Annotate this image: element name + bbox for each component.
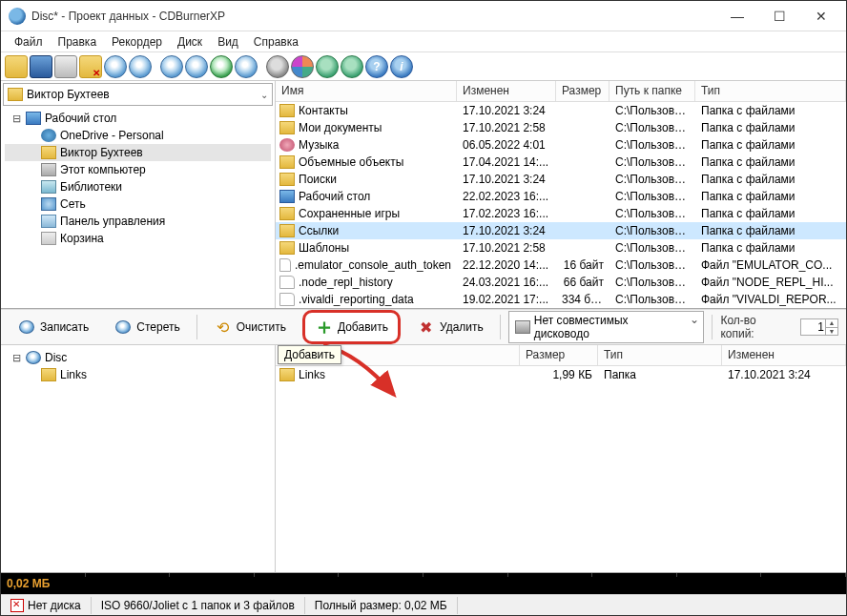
- tree-item[interactable]: OneDrive - Personal: [5, 127, 271, 144]
- menu-Рекордер[interactable]: Рекордер: [104, 33, 170, 51]
- file-row[interactable]: .node_repl_history24.03.2021 16:...66 ба…: [276, 274, 846, 291]
- tree-item[interactable]: Виктор Бухтеев: [5, 144, 271, 161]
- tree-label: OneDrive - Personal: [60, 129, 164, 142]
- burn-label: Записать: [40, 320, 89, 334]
- col-modified[interactable]: Изменен: [457, 81, 556, 101]
- clear-label: Очистить: [237, 320, 286, 334]
- file-row[interactable]: Объемные объекты17.04.2021 14:...C:\Поль…: [276, 154, 846, 171]
- expand-icon[interactable]: ⊟: [10, 352, 22, 364]
- file-icon: [279, 276, 295, 289]
- path-combo[interactable]: Виктор Бухтеев ⌄: [3, 83, 273, 106]
- menu-Правка[interactable]: Правка: [51, 33, 105, 51]
- disc3-icon[interactable]: [160, 55, 183, 78]
- tree-item[interactable]: Библиотеки: [5, 178, 271, 195]
- copies-input[interactable]: 1 ▲▼: [800, 318, 838, 336]
- burn-icon: [17, 318, 36, 337]
- delete-button[interactable]: ✖Удалить: [408, 314, 492, 340]
- menu-Справка[interactable]: Справка: [246, 33, 306, 51]
- pcol-type[interactable]: Тип: [598, 345, 722, 365]
- project-list-header[interactable]: Имя Размер Тип Изменен: [276, 345, 846, 366]
- disc5-icon[interactable]: [235, 55, 258, 78]
- globe2-icon[interactable]: [341, 55, 363, 78]
- expand-icon[interactable]: ⊟: [10, 113, 22, 125]
- music-icon: [279, 138, 295, 152]
- copies-value: 1: [817, 320, 824, 334]
- help-icon[interactable]: ?: [365, 55, 388, 78]
- close-button[interactable]: ✕: [800, 3, 842, 30]
- tree-label: Библиотеки: [60, 180, 122, 194]
- clear-button[interactable]: ⟲Очистить: [205, 314, 295, 340]
- file-list-header[interactable]: Имя Изменен Размер Путь к папке Тип: [276, 81, 846, 102]
- lib-icon: [41, 180, 56, 194]
- file-row[interactable]: .emulator_console_auth_token22.12.2020 1…: [276, 257, 846, 274]
- disc-multi-icon[interactable]: [291, 55, 314, 78]
- globe1-icon[interactable]: [316, 55, 339, 78]
- settings-icon[interactable]: [266, 55, 289, 78]
- file-row[interactable]: Рабочий стол22.02.2023 16:...C:\Пользова…: [276, 188, 846, 205]
- tree-item[interactable]: Сеть: [5, 195, 271, 213]
- maximize-button[interactable]: ☐: [758, 3, 800, 30]
- size-ticks: [1, 573, 846, 579]
- tree-label: Disc: [45, 351, 67, 364]
- pcol-size[interactable]: Размер: [520, 345, 598, 365]
- file-row[interactable]: Ссылки17.10.2021 3:24C:\Пользова...Папка…: [276, 222, 846, 239]
- drive-combo[interactable]: Нет совместимых дисководо: [508, 311, 705, 343]
- col-size[interactable]: Размер: [556, 81, 609, 101]
- main-toolbar: ? i: [1, 52, 846, 81]
- menu-Файл[interactable]: Файл: [7, 33, 51, 51]
- file-row[interactable]: Музыка06.05.2022 4:01C:\Пользова...Папка…: [276, 136, 846, 154]
- print-icon[interactable]: [54, 55, 77, 78]
- file-row[interactable]: Контакты17.10.2021 3:24C:\Пользова...Пап…: [276, 102, 846, 119]
- col-path[interactable]: Путь к папке: [609, 81, 695, 101]
- erase-button[interactable]: Стереть: [105, 314, 188, 340]
- tree-item[interactable]: Этот компьютер: [5, 161, 271, 178]
- disc-green-icon[interactable]: [210, 55, 233, 78]
- file-row[interactable]: Мои документы17.10.2021 2:58C:\Пользова.…: [276, 119, 846, 136]
- folder-icon: [279, 224, 295, 237]
- open-icon[interactable]: [5, 55, 28, 78]
- tree-item[interactable]: Панель управления: [5, 213, 271, 230]
- delete-label: Удалить: [440, 320, 484, 334]
- net-icon: [41, 197, 56, 211]
- file-row[interactable]: Шаблоны17.10.2021 2:58C:\Пользова...Папк…: [276, 239, 846, 257]
- folder-tree-pane: Виктор Бухтеев ⌄ ⊟Рабочий столOneDrive -…: [1, 81, 276, 308]
- folder-x-icon[interactable]: [79, 55, 102, 78]
- file-browser: Виктор Бухтеев ⌄ ⊟Рабочий столOneDrive -…: [1, 81, 846, 309]
- tree-item[interactable]: Links: [5, 366, 271, 383]
- file-row[interactable]: Сохраненные игры17.02.2023 16:...C:\Поль…: [276, 205, 846, 222]
- tree-item[interactable]: Корзина: [5, 230, 271, 247]
- menu-Вид[interactable]: Вид: [210, 33, 246, 51]
- project-row[interactable]: Links1,99 КБПапка17.10.2021 3:24: [276, 366, 846, 383]
- copies-spinner[interactable]: ▲▼: [825, 319, 837, 335]
- file-list[interactable]: Контакты17.10.2021 3:24C:\Пользова...Пап…: [276, 102, 846, 308]
- project-tree[interactable]: ⊟DiscLinks: [1, 345, 276, 572]
- path-label: Виктор Бухтеев: [27, 88, 110, 101]
- col-type[interactable]: Тип: [695, 81, 846, 101]
- burn-button[interactable]: Записать: [9, 314, 97, 340]
- menu-Диск[interactable]: Диск: [170, 33, 210, 51]
- project-list[interactable]: Links1,99 КБПапка17.10.2021 3:24: [276, 366, 846, 383]
- add-button[interactable]: ＋Добавить: [302, 310, 401, 344]
- file-row[interactable]: Поиски17.10.2021 3:24C:\Пользова...Папка…: [276, 171, 846, 188]
- pcol-modified[interactable]: Изменен: [722, 345, 846, 365]
- folder-tree[interactable]: ⊟Рабочий столOneDrive - PersonalВиктор Б…: [1, 108, 275, 308]
- info-icon[interactable]: i: [390, 55, 413, 78]
- disc1-icon[interactable]: [104, 55, 127, 78]
- save-icon[interactable]: [30, 55, 52, 78]
- delete-icon: ✖: [417, 318, 436, 337]
- status-bar: Нет диска ISO 9660/Joliet с 1 папок и 3 …: [1, 594, 846, 615]
- folder-icon: [8, 88, 23, 101]
- tree-label: Этот компьютер: [60, 163, 146, 176]
- disc2-icon[interactable]: [129, 55, 152, 78]
- tree-label: Панель управления: [60, 215, 165, 228]
- folder-bl-icon: [26, 112, 41, 125]
- folder-icon: [279, 241, 295, 255]
- tree-item[interactable]: ⊟Disc: [5, 349, 271, 366]
- col-name[interactable]: Имя: [276, 81, 457, 101]
- tree-item[interactable]: ⊟Рабочий стол: [5, 110, 271, 127]
- file-row[interactable]: .vivaldi_reporting_data19.02.2021 17:...…: [276, 291, 846, 308]
- folder-icon: [41, 146, 56, 159]
- minimize-button[interactable]: —: [716, 3, 758, 30]
- disc4-icon[interactable]: [185, 55, 208, 78]
- nodisc-icon: [10, 599, 24, 612]
